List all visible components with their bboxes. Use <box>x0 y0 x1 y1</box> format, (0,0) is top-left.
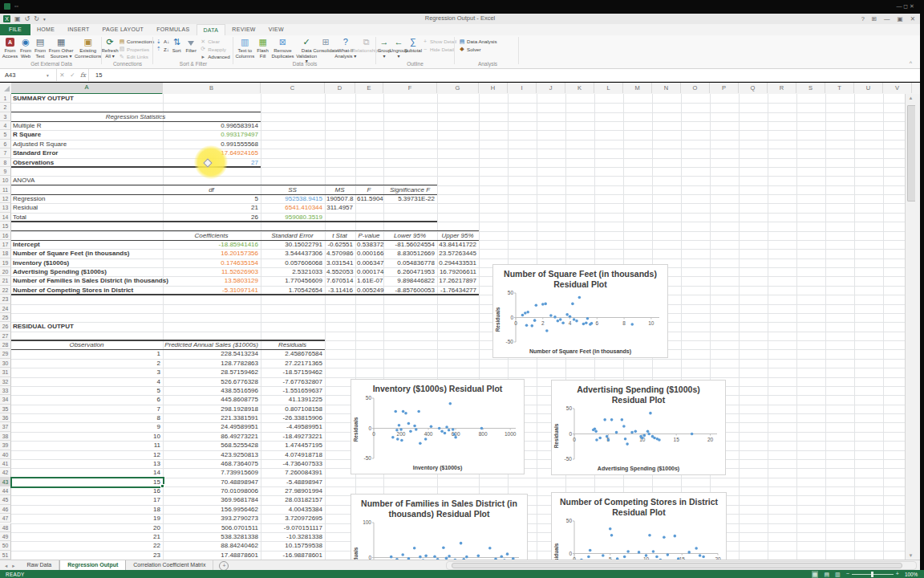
cell-C16[interactable]: Standard Error <box>262 231 322 240</box>
cell-A32[interactable]: 4 <box>13 377 160 386</box>
sort-a-z-button[interactable]: ⇣A↓ <box>156 38 169 46</box>
cell-C43[interactable]: -5.48898947 <box>262 478 322 486</box>
cell-B31[interactable]: 28.57159462 <box>164 368 258 377</box>
tab-review[interactable]: REVIEW <box>225 24 261 35</box>
cell-B20[interactable]: 11.52626903 <box>164 267 258 276</box>
cell-A46[interactable]: 18 <box>13 505 160 514</box>
formula-input[interactable]: 15 <box>89 71 102 79</box>
column-header-D[interactable]: D <box>325 83 355 93</box>
column-header-M[interactable]: M <box>623 83 652 93</box>
cell-G19[interactable]: 0.294433531 <box>439 258 476 267</box>
zoom-level[interactable]: 100% <box>905 572 918 577</box>
cell-C12[interactable]: 952538.9415 <box>262 194 322 203</box>
cell-B17[interactable]: -18.85941416 <box>164 240 258 249</box>
view-page-break-icon[interactable]: ▥ <box>835 571 841 578</box>
row-header-38[interactable]: 38 <box>0 432 11 441</box>
row-header-14[interactable]: 14 <box>0 213 11 222</box>
cell-C20[interactable]: 2.5321033 <box>262 267 322 276</box>
cell-C13[interactable]: 6541.410344 <box>262 203 322 212</box>
column-header-T[interactable]: T <box>825 83 854 93</box>
cell-E19[interactable]: 0.006347 <box>357 258 381 267</box>
show-detail-button[interactable]: +Show Detail <box>422 38 456 46</box>
row-header-4[interactable]: 4 <box>0 121 11 130</box>
zoom-track[interactable] <box>852 574 894 575</box>
row-header-16[interactable]: 16 <box>0 231 11 240</box>
cell-A31[interactable]: 3 <box>13 368 160 377</box>
cell-C21[interactable]: 1.770456609 <box>262 276 322 285</box>
cell-F20[interactable]: 6.260471953 <box>385 267 435 276</box>
enter-icon[interactable]: ✓ <box>67 71 78 79</box>
cell-E11[interactable]: F <box>357 185 381 194</box>
cell-F17[interactable]: -81.56024554 <box>385 240 435 249</box>
cell-A37[interactable]: 9 <box>13 422 160 431</box>
column-header-S[interactable]: S <box>796 83 825 93</box>
cell-A48[interactable]: 20 <box>13 523 160 532</box>
name-box-dropdown-icon[interactable]: ▾ <box>47 73 56 78</box>
row-header-1[interactable]: 1 <box>0 94 11 103</box>
cell-C39[interactable]: 1.474457195 <box>262 441 322 450</box>
cell-A41[interactable]: 13 <box>13 459 160 468</box>
solver-button[interactable]: ◆Solver <box>459 46 497 54</box>
cell-A50[interactable]: 22 <box>13 541 160 550</box>
row-header-29[interactable]: 29 <box>0 349 11 358</box>
cancel-icon[interactable]: ✕ <box>57 71 67 79</box>
residual-plot-inventory[interactable]: Inventory ($1000s) Residual PlotResidual… <box>351 379 525 474</box>
cell-B40[interactable]: 423.9250813 <box>164 450 258 459</box>
cell-B35[interactable]: 298.1928918 <box>164 405 258 413</box>
cell-C46[interactable]: 4.00435384 <box>262 505 322 514</box>
tab-insert[interactable]: INSERT <box>61 24 95 35</box>
cell-B30[interactable]: 128.7782863 <box>164 359 258 368</box>
cell-B48[interactable]: 506.0701511 <box>164 523 258 532</box>
cell-A18[interactable]: Number of Square Feet (in thousands) <box>13 249 160 258</box>
row-header-13[interactable]: 13 <box>0 203 11 212</box>
row-header-20[interactable]: 20 <box>0 267 11 276</box>
ungroup-button[interactable]: ←Ungroup ▾ <box>392 37 405 59</box>
row-header-25[interactable]: 25 <box>0 313 11 322</box>
cell-A13[interactable]: Residual <box>13 203 160 212</box>
cell-B13[interactable]: 21 <box>164 203 258 212</box>
cell-B19[interactable]: 0.174635154 <box>164 258 258 267</box>
relationships-button[interactable]: ⧉Relationships <box>358 37 375 54</box>
column-header-P[interactable]: P <box>710 83 739 93</box>
horizontal-scrollbar[interactable] <box>446 561 917 570</box>
row-header-45[interactable]: 45 <box>0 495 11 504</box>
insert-function-icon[interactable]: fx <box>78 71 88 79</box>
text-to-columns-button[interactable]: ▥Text to Columns <box>235 37 255 59</box>
filter-button[interactable]: Filter <box>184 37 197 54</box>
cell-D11[interactable]: MS <box>326 185 353 194</box>
sort-z-a-button[interactable]: ⇡Z↓ <box>156 46 169 54</box>
cell-F12[interactable]: 5.39731E-22 <box>385 194 435 203</box>
cell-F19[interactable]: 0.054836778 <box>385 258 435 267</box>
advanced-button[interactable]: ▸Advanced <box>200 53 230 61</box>
cell-A19[interactable]: Inventory ($1000s) <box>13 258 160 267</box>
row-header-23[interactable]: 23 <box>0 295 11 303</box>
cell-C11[interactable]: SS <box>262 185 322 194</box>
restore-icon[interactable]: ▣ <box>898 14 903 23</box>
hscroll-thumb[interactable] <box>452 563 902 568</box>
from-text-button[interactable]: ▤From Text <box>34 37 47 59</box>
cell-D21[interactable]: 7.670514 <box>326 276 353 285</box>
row-header-10[interactable]: 10 <box>0 176 11 185</box>
cell-F16[interactable]: Lower 95% <box>385 231 435 240</box>
properties-button[interactable]: ▧Properties <box>119 46 154 54</box>
cell-B39[interactable]: 568.5255428 <box>164 441 258 450</box>
cell-G18[interactable]: 23.57263445 <box>439 249 476 258</box>
cell-B44[interactable]: 70.01098006 <box>164 486 258 495</box>
cell-B37[interactable]: 24.49589951 <box>164 422 258 431</box>
cell-C19[interactable]: 0.057606068 <box>262 258 322 267</box>
cell-B38[interactable]: 86.49273221 <box>164 432 258 441</box>
row-header-47[interactable]: 47 <box>0 514 11 523</box>
cell-B51[interactable]: 17.48878601 <box>164 551 258 560</box>
row-header-17[interactable]: 17 <box>0 240 11 249</box>
cell-A38[interactable]: 10 <box>13 432 160 441</box>
cell-F21[interactable]: 9.898446822 <box>385 276 435 285</box>
column-header-H[interactable]: H <box>479 83 508 93</box>
column-header-Q[interactable]: Q <box>739 83 768 93</box>
sort-button[interactable]: ⇅Sort <box>170 37 183 54</box>
collapse-ribbon-icon[interactable]: ^ <box>910 60 912 66</box>
select-all-corner[interactable] <box>0 83 12 93</box>
nav-right-icon[interactable]: ▸ <box>12 563 14 569</box>
cell-B4[interactable]: 0.996583914 <box>164 121 258 130</box>
row-header-6[interactable]: 6 <box>0 140 11 149</box>
window-controls[interactable]: ?⊞—▣✕ <box>861 14 915 23</box>
